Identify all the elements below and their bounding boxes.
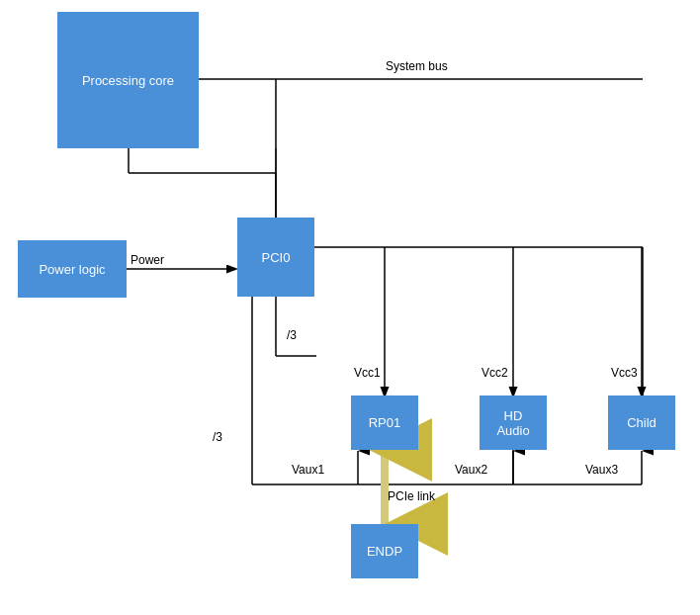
endp-block: ENDP: [351, 524, 418, 578]
system-bus-label: System bus: [386, 59, 448, 73]
vcc2-label: Vcc2: [481, 366, 508, 380]
pcie-label: PCIe link: [388, 489, 435, 503]
pci0-label: PCI0: [262, 250, 291, 265]
power-logic-label: Power logic: [39, 262, 105, 277]
vaux2-label: Vaux2: [455, 463, 487, 477]
processing-core-block: Processing core: [57, 12, 199, 148]
diagram: Processing core Power logic PCI0 RP01 HD…: [0, 0, 700, 615]
power-logic-block: Power logic: [18, 240, 127, 298]
vcc1-label: Vcc1: [354, 366, 381, 380]
child-label: Child: [627, 415, 656, 430]
hd-audio-block: HDAudio: [480, 395, 547, 450]
hd-audio-label: HDAudio: [496, 408, 529, 438]
rp01-label: RP01: [369, 415, 401, 430]
pci0-block: PCI0: [237, 218, 314, 297]
rp01-block: RP01: [351, 395, 418, 450]
endp-label: ENDP: [367, 544, 402, 559]
power-label: Power: [131, 253, 164, 267]
vaux1-label: Vaux1: [292, 463, 324, 477]
slash3-top-label: /3: [287, 328, 297, 342]
child-block: Child: [608, 395, 675, 450]
slash3-left-label: /3: [213, 430, 222, 444]
vaux3-label: Vaux3: [585, 463, 618, 477]
processing-core-label: Processing core: [82, 73, 174, 88]
vcc3-label: Vcc3: [611, 366, 638, 380]
